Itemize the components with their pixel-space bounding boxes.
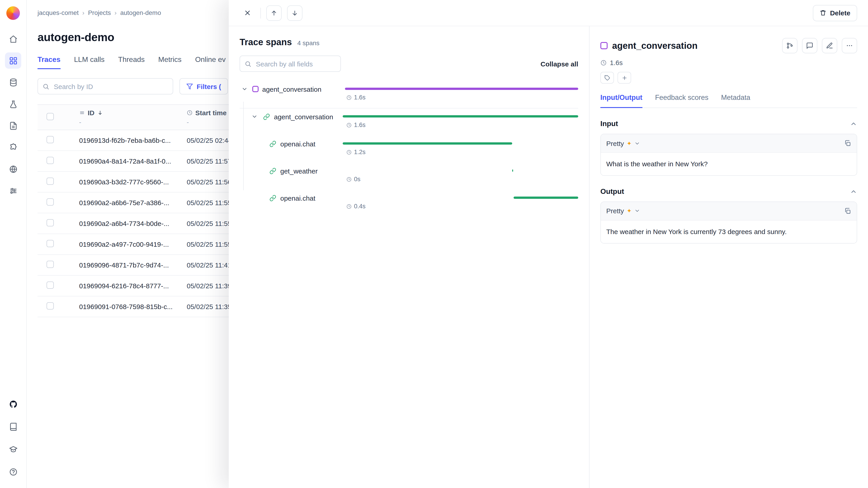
- search-input[interactable]: [53, 82, 168, 91]
- span-row[interactable]: agent_conversation 1.6s: [240, 81, 578, 108]
- breadcrumb-separator: ›: [82, 9, 84, 16]
- span-row[interactable]: get_weather 0s: [240, 163, 578, 190]
- sidebar-item-optimizations[interactable]: [5, 161, 21, 177]
- spans-title: Trace spans: [240, 37, 292, 47]
- column-aggregate: -: [79, 119, 187, 126]
- sidebar-item-prompts[interactable]: [5, 118, 21, 134]
- tab-online-evaluation[interactable]: Online ev: [195, 56, 225, 69]
- next-trace-button[interactable]: [287, 5, 303, 21]
- add-tag-button[interactable]: [618, 72, 631, 84]
- row-checkbox[interactable]: [46, 240, 54, 247]
- tab-traces[interactable]: Traces: [37, 56, 60, 69]
- tab-threads[interactable]: Threads: [118, 56, 145, 69]
- tab-metrics[interactable]: Metrics: [158, 56, 182, 69]
- collapse-span-button[interactable]: [250, 112, 258, 121]
- search-box: [37, 78, 173, 94]
- previous-trace-button[interactable]: [266, 5, 282, 21]
- sliders-icon: [9, 186, 18, 195]
- close-button[interactable]: [240, 5, 255, 21]
- sidebar-item-projects[interactable]: [5, 53, 21, 69]
- comment-button[interactable]: [802, 38, 817, 53]
- span-timeline: 0.4s: [343, 190, 578, 217]
- annotate-button[interactable]: [822, 38, 837, 53]
- filters-button[interactable]: Filters (: [180, 78, 228, 94]
- chain-span-icon: [269, 167, 277, 175]
- academy-link[interactable]: [5, 441, 21, 457]
- breadcrumb-workspace[interactable]: jacques-comet: [37, 9, 79, 16]
- collapse-output-button[interactable]: [850, 188, 857, 195]
- breadcrumb-current: autogen-demo: [120, 9, 161, 16]
- format-select[interactable]: Pretty ✦: [606, 139, 640, 147]
- trace-id-link[interactable]: 019690a4-8a14-72a4-8a1f-0...: [79, 157, 183, 165]
- format-select[interactable]: Pretty ✦: [606, 207, 640, 215]
- select-all-checkbox[interactable]: [46, 113, 54, 120]
- trace-id-link[interactable]: 0196913d-f62b-7eba-ba6b-c...: [79, 136, 183, 144]
- row-checkbox[interactable]: [46, 198, 54, 205]
- clock-icon: [346, 176, 352, 182]
- column-header-id[interactable]: ID -: [79, 109, 187, 126]
- span-duration-bar[interactable]: [512, 169, 513, 172]
- help-button[interactable]: [5, 464, 21, 480]
- more-button[interactable]: [842, 38, 857, 53]
- output-section: Output Pretty ✦ The weather in Ne: [600, 188, 857, 243]
- tab-llm-calls[interactable]: LLM calls: [74, 56, 104, 69]
- trace-id-link[interactable]: 019690a2-a6b4-7734-b0de-...: [79, 220, 183, 227]
- span-duration-bar[interactable]: [343, 115, 578, 118]
- collapse-all-button[interactable]: Collapse all: [540, 60, 578, 68]
- span-duration-bar[interactable]: [513, 197, 578, 199]
- graph-button[interactable]: [782, 38, 798, 53]
- github-link[interactable]: [5, 396, 21, 412]
- sidebar-item-home[interactable]: [5, 31, 21, 47]
- sidebar-item-configuration[interactable]: [5, 183, 21, 199]
- arrow-down-icon: [291, 9, 298, 17]
- span-timeline: 1.6s: [343, 81, 578, 108]
- copy-input-button[interactable]: [844, 140, 851, 147]
- tag-icon: [604, 75, 610, 80]
- collapse-span-button[interactable]: [241, 85, 249, 93]
- span-duration-label: 0.4s: [346, 203, 366, 210]
- row-checkbox[interactable]: [46, 281, 54, 289]
- tab-input-output[interactable]: Input/Output: [600, 94, 643, 108]
- trace-id-link[interactable]: 01969094-6216-78c4-8777-...: [79, 282, 183, 290]
- tab-metadata[interactable]: Metadata: [721, 94, 750, 108]
- input-box: Pretty ✦ What is the weather in New York…: [600, 134, 857, 176]
- row-checkbox[interactable]: [46, 136, 54, 143]
- clock-icon: [346, 149, 352, 155]
- breadcrumb-separator: ›: [115, 9, 117, 16]
- clock-icon: [346, 203, 352, 209]
- collapse-input-button[interactable]: [850, 120, 857, 127]
- span-duration-bar[interactable]: [343, 142, 512, 144]
- row-checkbox[interactable]: [46, 260, 54, 268]
- span-row[interactable]: openai.chat 0.4s: [240, 190, 578, 217]
- span-duration-bar[interactable]: [345, 88, 578, 90]
- trace-id-link[interactable]: 01969096-4871-7b7c-9d74-...: [79, 261, 183, 269]
- trace-id-link[interactable]: 019690a2-a6b6-75e7-a386-...: [79, 199, 183, 206]
- span-name: agent_conversation: [274, 113, 333, 121]
- row-checkbox[interactable]: [46, 302, 54, 309]
- row-checkbox[interactable]: [46, 157, 54, 164]
- documentation-link[interactable]: [5, 418, 21, 435]
- span-row[interactable]: agent_conversation 1.6s: [240, 108, 578, 135]
- trace-id-link[interactable]: 019690a2-a497-7c00-9419-...: [79, 240, 183, 248]
- copy-output-button[interactable]: [844, 207, 851, 215]
- copy-icon: [844, 207, 851, 215]
- sidebar-item-playground[interactable]: [5, 139, 21, 156]
- span-duration-label: 0s: [346, 176, 361, 183]
- sidebar-item-datasets[interactable]: [5, 74, 21, 90]
- trace-id-link[interactable]: 019690a3-b3d2-777c-9560-...: [79, 178, 183, 186]
- trace-spans-pane: Trace spans 4 spans Collapse all: [229, 26, 589, 488]
- delete-button[interactable]: Delete: [813, 5, 857, 21]
- span-row[interactable]: openai.chat 1.2s: [240, 135, 578, 163]
- trace-id-link[interactable]: 01969091-0768-7598-815b-c...: [79, 303, 183, 311]
- span-detail-actions: [782, 38, 857, 53]
- spans-search-box: [240, 56, 341, 72]
- row-checkbox[interactable]: [46, 219, 54, 226]
- row-checkbox[interactable]: [46, 177, 54, 185]
- sidebar-item-experiments[interactable]: [5, 96, 21, 112]
- spans-search-input[interactable]: [255, 59, 336, 68]
- comet-logo-icon[interactable]: [6, 6, 20, 20]
- tab-feedback-scores[interactable]: Feedback scores: [655, 94, 708, 108]
- clock-icon: [187, 110, 193, 116]
- tags-button[interactable]: [600, 72, 614, 84]
- breadcrumb-projects[interactable]: Projects: [88, 9, 111, 16]
